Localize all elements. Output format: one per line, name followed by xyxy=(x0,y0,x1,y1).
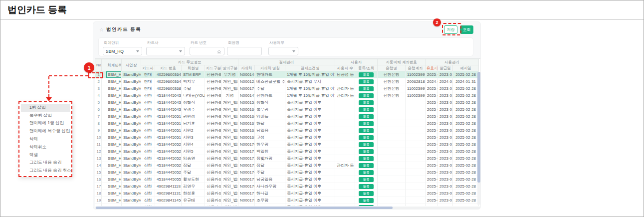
cell-card_type[interactable]: 신용카드 xyxy=(205,120,221,127)
cell-card_co[interactable]: 신한 xyxy=(141,120,155,127)
cell-issue[interactable]: 2023-01-01 xyxy=(438,134,453,141)
cell-card_no[interactable]: 4518444505221488 xyxy=(155,141,182,148)
cell-name_type[interactable]: 개인_법카 xyxy=(221,169,238,176)
cell-acct_unit[interactable]: SBM_HQ xyxy=(106,106,122,113)
cell-no[interactable]: 12 xyxy=(95,148,102,155)
cell-card_no[interactable]: 4518444505221496 xyxy=(155,148,182,155)
cell-vendor_name[interactable]: 백일찬 xyxy=(255,148,285,155)
cell-cancel[interactable]: 2025-02-28 xyxy=(453,183,479,190)
cell-bank_acct[interactable] xyxy=(406,127,426,134)
cell-cancel[interactable]: 2025-02-28 xyxy=(453,197,479,204)
cell-vendor[interactable] xyxy=(238,204,255,207)
cell-no[interactable]: 13 xyxy=(95,155,102,162)
cell-acct_unit[interactable]: SBM_HQ xyxy=(106,197,122,204)
cell-valid[interactable]: 2025-02 xyxy=(426,155,438,162)
cell-biz_site[interactable]: StandByMe:ERP xyxy=(122,134,141,141)
context-menu-item[interactable]: 삭제취소 xyxy=(21,143,70,151)
vertical-scrollbar[interactable] xyxy=(477,72,480,205)
cell-user_cnt[interactable] xyxy=(335,127,355,134)
cell-acct_unit[interactable]: SBM_HQ xyxy=(106,155,122,162)
cell-acct_unit[interactable]: SBM_HQ xyxy=(106,99,122,106)
cell-name_type[interactable]: 개인_법카 xyxy=(221,78,238,85)
cell-acct_unit[interactable]: SBM_HQ xyxy=(106,162,122,169)
cell-vendor[interactable]: N000169 xyxy=(238,134,255,141)
register-button[interactable]: 등록 xyxy=(359,191,374,196)
cell-card_type[interactable]: 신용카드 xyxy=(205,106,221,113)
cell-vendor[interactable]: N000174 xyxy=(238,85,255,92)
cell-card_co[interactable]: 신한 xyxy=(141,113,155,120)
cell-bank[interactable] xyxy=(378,183,406,190)
cell-no[interactable]: 2 xyxy=(95,78,102,85)
cell-user_cnt[interactable]: 관리자 등 1명 xyxy=(335,162,355,169)
cell-bank_acct[interactable] xyxy=(406,113,426,120)
cell-member[interactable]: 임승연 xyxy=(182,155,205,162)
cell-card_type[interactable]: 신용카드 xyxy=(205,155,221,162)
cell-issue[interactable]: 2024-01-01 xyxy=(438,78,453,85)
card-company-select[interactable] xyxy=(146,47,185,55)
cell-member[interactable]: 서민4 xyxy=(182,141,205,148)
cell-acct_unit[interactable]: SBM_HQ xyxy=(106,85,122,92)
cell-pay_cond[interactable]: 즉시지급-휴일 이후 xyxy=(285,120,335,127)
cell-vendor[interactable]: N000164 xyxy=(238,106,255,113)
cell-biz_site[interactable]: StandByMe:ERP xyxy=(122,120,141,127)
cell-bank_acct[interactable] xyxy=(406,162,426,169)
cell-card_type[interactable]: 신용카드 xyxy=(205,190,221,197)
cell-issue[interactable]: 2023-01-01 xyxy=(438,99,453,106)
cell-card_co[interactable]: 신한 xyxy=(141,162,155,169)
cell-card_co[interactable]: 신한 xyxy=(141,141,155,148)
cell-vendor[interactable]: N000128 xyxy=(238,78,255,85)
register-button[interactable]: 등록 xyxy=(359,184,374,189)
cell-biz_site[interactable]: StandByMe:ERP xyxy=(122,162,141,169)
cell-sel[interactable] xyxy=(102,162,106,169)
cell-user_cnt[interactable] xyxy=(335,197,355,204)
context-menu-item[interactable]: 1행 삽입 xyxy=(21,104,70,112)
cell-member[interactable]: 서민5 xyxy=(182,148,205,155)
cell-bank[interactable]: 신한은행 xyxy=(378,92,406,99)
cell-pay_cond[interactable]: 즉시지급-휴일 이후 xyxy=(285,162,335,169)
cell-user_cnt[interactable] xyxy=(335,120,355,127)
cell-cancel[interactable]: 2025-02-28 xyxy=(453,106,479,113)
cell-cancel[interactable]: 2025-02-28 xyxy=(453,155,479,162)
cell-card_type[interactable]: 신용카드 xyxy=(205,176,221,183)
cell-valid[interactable]: 2025-02 xyxy=(426,71,438,78)
cell-member[interactable]: 서민2 xyxy=(182,127,205,134)
cell-bank_acct[interactable] xyxy=(406,148,426,155)
cell-card_no[interactable]: 4518444504313062 xyxy=(155,99,182,106)
cell-biz_site[interactable]: StandByMe:ERP xyxy=(122,78,141,85)
register-button[interactable]: 등록 xyxy=(359,198,374,203)
cell-member[interactable]: 황보도현 xyxy=(182,176,205,183)
cell-valid[interactable]: 2025-02 xyxy=(426,106,438,113)
cell-vendor_name[interactable]: 현대카드 xyxy=(255,71,285,78)
cell-sel[interactable] xyxy=(102,155,106,162)
cell-biz_site[interactable]: StandByMe:ERP xyxy=(122,92,141,99)
card-number-input[interactable] xyxy=(190,47,224,55)
cell-sel[interactable] xyxy=(102,169,106,176)
cell-bank_acct[interactable]: 110023995664 xyxy=(406,92,426,99)
cell-card_co[interactable]: 신한 xyxy=(141,148,155,155)
cell-member[interactable]: STM ERP xyxy=(182,71,205,78)
cell-biz_site[interactable]: StandByMe:ERP xyxy=(122,99,141,106)
cell-user_cnt[interactable] xyxy=(335,169,355,176)
cell-card_no[interactable]: 4518444505567013 xyxy=(155,176,182,183)
cell-bank[interactable] xyxy=(378,127,406,134)
cell-cancel[interactable]: 2025-02-28 xyxy=(453,127,479,134)
register-button[interactable]: 등록 xyxy=(359,163,374,168)
cell-acct_unit[interactable]: SBM_HQ xyxy=(106,134,122,141)
cell-vendor_name[interactable]: 하달 xyxy=(255,120,285,127)
cell-acct_unit[interactable]: SBM_HQ xyxy=(106,127,122,134)
cell-member[interactable]: 장달 xyxy=(182,162,205,169)
cell-card_no[interactable]: 4902984114544378 xyxy=(155,197,182,204)
cell-issue[interactable]: 2023-01-01 xyxy=(438,155,453,162)
vertical-scrollbar-thumb[interactable] xyxy=(477,72,480,183)
cell-bank_acct[interactable] xyxy=(406,106,426,113)
register-button[interactable]: 등록 xyxy=(359,149,374,154)
cell-name_type[interactable]: 개인_법카 xyxy=(221,155,238,162)
cell-bank[interactable] xyxy=(378,176,406,183)
cell-vendor[interactable]: N000168 xyxy=(238,127,255,134)
cell-bank[interactable] xyxy=(378,162,406,169)
cell-valid[interactable]: 2025-02 xyxy=(426,169,438,176)
cell-issue[interactable]: 2023-01-01 xyxy=(438,169,453,176)
cell-cancel[interactable]: 2025-02-28 xyxy=(453,99,479,106)
cell-valid[interactable]: 2025-02 xyxy=(426,197,438,204)
cell-valid[interactable]: 2025-02 xyxy=(426,113,438,120)
